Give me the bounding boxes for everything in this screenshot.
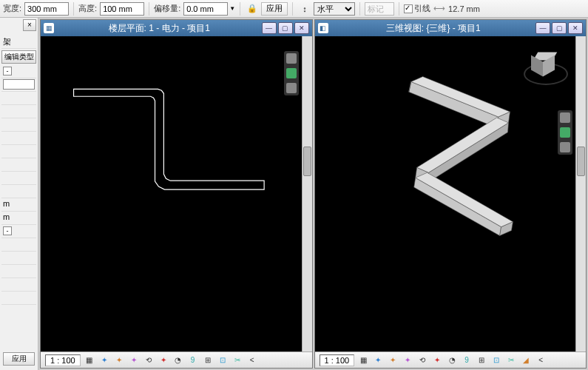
widget-icon[interactable] [560, 112, 570, 123]
plan-canvas[interactable] [41, 36, 312, 352]
status-icon[interactable]: ◢ [520, 354, 532, 366]
status-icon[interactable]: ✦ [387, 354, 399, 366]
properties-panel: × 架 编辑类型 - m m - 应用 [0, 18, 38, 370]
status-icon[interactable]: ✂ [232, 354, 243, 366]
status-icon[interactable]: ✦ [128, 354, 140, 366]
status-icon[interactable]: ✦ [98, 354, 110, 366]
guides-checkbox[interactable] [404, 4, 413, 13]
view-title: 三维视图: {三维} - 项目1 [333, 22, 535, 35]
property-input[interactable] [3, 79, 35, 90]
svg-marker-2 [427, 123, 508, 183]
close-icon[interactable]: × [23, 19, 36, 31]
scrollbar-vertical[interactable] [575, 36, 586, 352]
apply-button[interactable]: 应用 [261, 2, 288, 16]
list-item[interactable] [1, 158, 36, 172]
lock-icon[interactable]: 🔒 [245, 2, 260, 16]
list-item[interactable] [1, 265, 36, 278]
guides-label: 引线 [414, 3, 430, 14]
view-status-bar: 1 : 100 ▦ ✦ ✦ ✦ ⟲ ✦ ◔ 9 ⊞ ⊡ ✂ ◢ < [315, 352, 587, 368]
widget-icon[interactable] [286, 68, 297, 78]
align-icon[interactable]: ↕ [297, 2, 312, 16]
list-item[interactable] [1, 252, 36, 265]
width-input[interactable] [24, 2, 69, 16]
list-item[interactable] [1, 118, 36, 132]
scrollbar-vertical[interactable] [302, 36, 312, 352]
status-icon[interactable]: ⊞ [202, 354, 214, 366]
separator [399, 2, 399, 16]
status-icon[interactable]: ◔ [446, 354, 458, 366]
list-item[interactable] [1, 292, 36, 305]
align-select[interactable]: 水平 [314, 2, 355, 16]
scale-display[interactable]: 1 : 100 [320, 354, 355, 366]
list-item[interactable] [1, 238, 36, 252]
close-icon[interactable]: ✕ [568, 22, 583, 34]
status-icon[interactable]: ✦ [113, 354, 125, 366]
chevron-icon[interactable]: < [246, 354, 258, 366]
expand-icon[interactable]: - [3, 226, 12, 235]
status-icon[interactable]: ✂ [505, 354, 517, 366]
view-icon: ▦ [44, 23, 54, 33]
list-item[interactable] [1, 105, 36, 118]
toolbar-widget[interactable] [284, 51, 299, 95]
status-icon[interactable]: ✦ [431, 354, 443, 366]
view-title-bar: ▦ 楼层平面: 1 - 电力 - 项目1 — ▢ ✕ [41, 20, 312, 36]
chevron-icon[interactable]: < [535, 354, 547, 366]
status-icon[interactable]: ✦ [402, 354, 413, 366]
expand-icon[interactable]: - [3, 67, 12, 75]
list-item[interactable] [1, 185, 36, 198]
list-item[interactable] [1, 92, 36, 105]
svg-marker-4 [413, 178, 501, 235]
status-icon[interactable]: ✦ [372, 354, 384, 366]
maximize-icon[interactable]: ▢ [278, 22, 293, 34]
height-input[interactable] [100, 2, 144, 16]
close-icon[interactable]: ✕ [294, 22, 309, 34]
mark-input[interactable] [365, 2, 394, 16]
main-area: × 架 编辑类型 - m m - 应用 ▦ [0, 18, 588, 370]
status-icon[interactable]: ✦ [158, 354, 169, 366]
separator [359, 2, 360, 16]
widget-icon[interactable] [560, 127, 570, 138]
status-icon[interactable]: ⊡ [217, 354, 229, 366]
view-cube[interactable] [524, 45, 568, 90]
list-item[interactable]: m [1, 198, 36, 212]
status-icon[interactable]: ⟲ [416, 354, 428, 366]
view-icon: ◧ [318, 23, 328, 33]
list-item[interactable] [1, 172, 36, 185]
list-item[interactable]: m [1, 212, 36, 225]
offset-label: 偏移量: [154, 3, 180, 14]
status-icon[interactable]: ⟲ [143, 354, 155, 366]
separator [73, 2, 74, 16]
list-item[interactable] [1, 145, 36, 158]
offset-input[interactable] [183, 2, 228, 16]
list-item [1, 78, 36, 92]
options-toolbar: 宽度: 高度: 偏移量: ▼ 🔒 应用 ↕ 水平 引线 ⟷ 12.7 mm [0, 0, 588, 18]
status-icon[interactable]: ◔ [172, 354, 184, 366]
status-icon[interactable]: 9 [187, 354, 199, 366]
status-icon[interactable]: ▦ [357, 354, 369, 366]
minimize-icon[interactable]: — [262, 22, 277, 34]
edit-type-button[interactable]: 编辑类型 [1, 50, 36, 64]
status-icon[interactable]: 9 [461, 354, 473, 366]
3d-view-window: ◧ 三维视图: {三维} - 项目1 — ▢ ✕ [314, 19, 587, 369]
minimize-icon[interactable]: — [535, 22, 550, 34]
list-item: - [1, 65, 36, 78]
plan-view-window: ▦ 楼层平面: 1 - 电力 - 项目1 — ▢ ✕ 1 : 100 [40, 19, 313, 369]
status-icon[interactable]: ▦ [84, 354, 95, 366]
widget-icon[interactable] [286, 53, 297, 64]
view-title-bar: ◧ 三维视图: {三维} - 项目1 — ▢ ✕ [315, 20, 587, 36]
3d-canvas[interactable] [315, 36, 587, 352]
svg-marker-7 [416, 118, 508, 172]
scale-display[interactable]: 1 : 100 [45, 354, 81, 366]
toolbar-widget[interactable] [558, 110, 572, 155]
list-item[interactable] [1, 278, 36, 292]
svg-marker-8 [415, 172, 513, 226]
widget-icon[interactable] [560, 142, 570, 152]
list-item[interactable] [1, 132, 36, 145]
maximize-icon[interactable]: ▢ [552, 22, 567, 34]
apply-button[interactable]: 应用 [3, 352, 35, 366]
width-label: 宽度: [3, 3, 21, 14]
status-icon[interactable]: ⊞ [476, 354, 487, 366]
status-icon[interactable]: ⊡ [490, 354, 502, 366]
view-status-bar: 1 : 100 ▦ ✦ ✦ ✦ ⟲ ✦ ◔ 9 ⊞ ⊡ ✂ < [41, 352, 312, 368]
widget-icon[interactable] [286, 83, 297, 93]
